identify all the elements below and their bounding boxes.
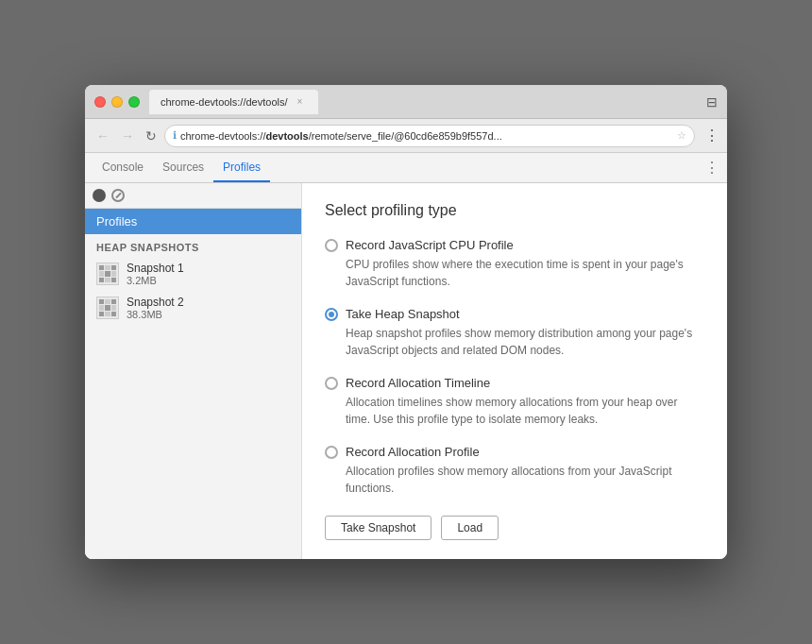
option-alloc-profile-title: Record Allocation Profile (346, 445, 480, 459)
address-host: devtools (265, 130, 308, 142)
reload-button[interactable]: ↻ (142, 125, 161, 147)
option-alloc-timeline: Record Allocation Timeline Allocation ti… (325, 376, 704, 428)
address-text: chrome-devtools://devtools/remote/serve_… (180, 130, 673, 142)
devtools-inner: Profiles HEAP SNAPSHOTS (85, 183, 727, 559)
option-alloc-profile-desc: Allocation profiles show memory allocati… (346, 463, 704, 497)
profiles-header[interactable]: Profiles (85, 209, 301, 234)
option-cpu-label[interactable]: Record JavaScript CPU Profile (325, 238, 704, 252)
tab-title: chrome-devtools://devtools/ (161, 96, 288, 108)
option-cpu-desc: CPU profiles show where the execution ti… (346, 256, 704, 290)
nav-bar: ← → ↻ ℹ chrome-devtools://devtools/remot… (85, 119, 727, 153)
option-alloc-timeline-label[interactable]: Record Allocation Timeline (325, 376, 704, 390)
snapshot-item-2[interactable]: Snapshot 2 38.3MB (85, 291, 301, 325)
menu-button[interactable]: ⋮ (704, 127, 719, 144)
radio-alloc-profile[interactable] (325, 446, 338, 459)
browser-tab[interactable]: chrome-devtools://devtools/ × (149, 90, 318, 114)
sidebar: Profiles HEAP SNAPSHOTS (85, 183, 302, 559)
tab-profiles[interactable]: Profiles (213, 153, 270, 182)
option-cpu-title: Record JavaScript CPU Profile (346, 238, 514, 252)
option-heap-label[interactable]: Take Heap Snapshot (325, 307, 704, 321)
bookmark-icon[interactable]: ☆ (677, 129, 686, 142)
take-snapshot-button[interactable]: Take Snapshot (325, 516, 431, 540)
address-path: /remote/serve_file/@60cd6e859b9f557d... (309, 130, 502, 142)
option-alloc-profile-label[interactable]: Record Allocation Profile (325, 445, 704, 459)
clear-button[interactable] (111, 189, 125, 202)
load-button[interactable]: Load (441, 516, 499, 540)
tab-close-button[interactable]: × (294, 95, 307, 109)
option-cpu: Record JavaScript CPU Profile CPU profil… (325, 238, 704, 290)
snapshot-info-2: Snapshot 2 38.3MB (127, 296, 184, 320)
address-bar[interactable]: ℹ chrome-devtools://devtools/remote/serv… (164, 125, 695, 147)
snapshot-item-1[interactable]: Snapshot 1 3.2MB (85, 257, 301, 291)
snapshot-size-2: 38.3MB (127, 309, 184, 320)
minimize-button[interactable] (111, 96, 123, 108)
radio-cpu[interactable] (325, 239, 338, 252)
devtools-more-button[interactable]: ⋮ (704, 159, 719, 177)
option-heap: Take Heap Snapshot Heap snapshot profile… (325, 307, 704, 359)
snapshot-name-1: Snapshot 1 (127, 262, 184, 275)
radio-alloc-timeline[interactable] (325, 377, 338, 390)
info-icon: ℹ (173, 129, 177, 142)
maximize-button[interactable] (128, 96, 140, 108)
snapshot-icon-1 (96, 263, 119, 285)
back-button[interactable]: ← (93, 125, 113, 147)
forward-button[interactable]: → (117, 125, 138, 147)
option-heap-title: Take Heap Snapshot (346, 307, 460, 321)
action-buttons: Take Snapshot Load (325, 516, 704, 540)
traffic-lights (94, 96, 140, 108)
main-content: Select profiling type Record JavaScript … (302, 183, 727, 559)
snapshot-size-1: 3.2MB (127, 275, 184, 286)
option-alloc-profile: Record Allocation Profile Allocation pro… (325, 445, 704, 497)
radio-heap[interactable] (325, 308, 338, 321)
option-alloc-timeline-desc: Allocation timelines show memory allocat… (346, 394, 704, 428)
option-heap-desc: Heap snapshot profiles show memory distr… (346, 325, 704, 359)
option-alloc-timeline-title: Record Allocation Timeline (346, 376, 490, 390)
sidebar-toolbar (85, 183, 301, 209)
devtools-panel: Console Sources Profiles ⋮ Profiles HEAP… (85, 153, 727, 559)
close-button[interactable] (94, 96, 106, 108)
tab-bar: chrome-devtools://devtools/ × (149, 90, 706, 114)
snapshot-name-2: Snapshot 2 (127, 296, 184, 309)
title-bar: chrome-devtools://devtools/ × ⊟ (85, 85, 727, 119)
snapshot-info-1: Snapshot 1 3.2MB (127, 262, 184, 286)
tab-sources[interactable]: Sources (153, 153, 213, 182)
radio-heap-fill (329, 312, 334, 317)
snapshot-icon-2 (96, 297, 119, 319)
tab-console[interactable]: Console (93, 153, 153, 182)
browser-window: chrome-devtools://devtools/ × ⊟ ← → ↻ ℹ … (85, 85, 727, 559)
devtools-tabs: Console Sources Profiles ⋮ (85, 153, 727, 183)
heap-section-label: HEAP SNAPSHOTS (85, 234, 301, 257)
record-button[interactable] (93, 189, 106, 202)
address-protocol: chrome-devtools:// (180, 130, 265, 142)
profiling-title: Select profiling type (325, 202, 704, 219)
cast-icon: ⊟ (706, 94, 718, 110)
